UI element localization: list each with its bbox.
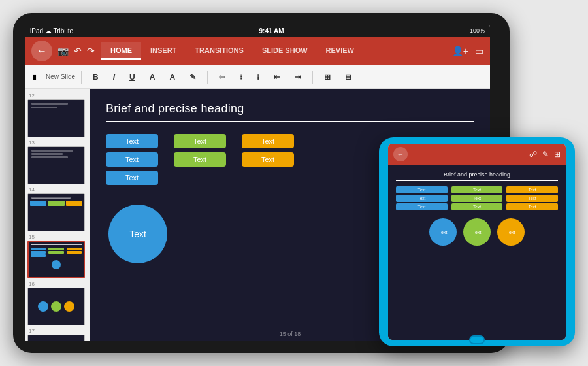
format-toolbar: ▮ New Slide B I U A A ✎ ⇦ ⁝ ⁞ ⇤ ⇥ ⊞ ⊟ bbox=[25, 65, 490, 89]
phone-col-blue: Text Text Text bbox=[396, 186, 448, 210]
phone: ← ☍ ✎ ⊞ Brief and precise heading Text T… bbox=[379, 137, 575, 346]
slide-num-12: 12 bbox=[27, 93, 87, 99]
smartart-box-green-1[interactable]: Text bbox=[174, 134, 226, 148]
phone-box-blue-3[interactable]: Text bbox=[396, 203, 448, 210]
phone-box-yellow-1[interactable]: Text bbox=[506, 186, 558, 193]
slide-thumb-17[interactable]: 17 Q&A bbox=[27, 328, 87, 341]
paint-button[interactable]: ✎ bbox=[184, 71, 201, 84]
phone-circle-green[interactable]: Text bbox=[463, 218, 491, 246]
phone-grid-icon[interactable]: ⊞ bbox=[554, 150, 561, 159]
slide-panel[interactable]: 12 13 bbox=[25, 89, 90, 341]
toolbar-right: 👤+ ▭ bbox=[452, 46, 483, 56]
tab-insert[interactable]: INSERT bbox=[141, 42, 186, 60]
phone-box-yellow-2[interactable]: Text bbox=[506, 195, 558, 202]
phone-col-green: Text Text Text bbox=[451, 186, 503, 210]
ipad-label: iPad ☁ Tribute bbox=[30, 27, 73, 35]
phone-doc-icon[interactable]: ☍ bbox=[529, 150, 537, 159]
tab-slideshow[interactable]: SLIDE SHOW bbox=[253, 42, 317, 60]
slide-num-14: 14 bbox=[27, 187, 87, 193]
font-color-button[interactable]: A bbox=[144, 71, 161, 84]
slide-heading: Brief and precise heading bbox=[106, 102, 474, 122]
slide-img-17: Q&A bbox=[27, 335, 85, 341]
slide-thumb-13[interactable]: 13 bbox=[27, 140, 87, 184]
status-left: iPad ☁ Tribute bbox=[30, 27, 73, 35]
smartart-box-blue-3[interactable]: Text bbox=[106, 171, 158, 185]
italic-button[interactable]: I bbox=[108, 71, 120, 84]
list-number-button[interactable]: ⁞ bbox=[252, 71, 265, 84]
status-battery: 100% bbox=[470, 27, 485, 34]
slide-thumb-15[interactable]: 15 bbox=[27, 234, 87, 278]
slide-img-16 bbox=[27, 288, 85, 325]
smartart-box-yellow-2[interactable]: Text bbox=[242, 152, 294, 167]
phone-circle-blue[interactable]: Text bbox=[429, 218, 457, 246]
bold-button[interactable]: B bbox=[88, 71, 104, 84]
phone-box-yellow-3[interactable]: Text bbox=[506, 203, 558, 210]
slide-thumb-16[interactable]: 16 bbox=[27, 281, 87, 325]
phone-circle-yellow[interactable]: Text bbox=[497, 218, 525, 246]
tab-transitions[interactable]: TRANSITIONS bbox=[186, 42, 253, 60]
phone-slide: Brief and precise heading Text Text Text… bbox=[388, 165, 566, 340]
toolbar-icons-left: 📷 ↶ ↷ bbox=[57, 46, 95, 56]
camera-icon[interactable]: 📷 bbox=[57, 46, 69, 56]
table-button[interactable]: ⊞ bbox=[319, 71, 336, 84]
smartart-box-yellow-1[interactable]: Text bbox=[242, 134, 294, 148]
indent-right-button[interactable]: ⇥ bbox=[289, 71, 306, 84]
tablet-status-bar: iPad ☁ Tribute 9:41 AM 100% bbox=[25, 25, 490, 37]
toolbar-separator-3 bbox=[312, 71, 313, 84]
tab-home[interactable]: HOME bbox=[101, 42, 141, 60]
phone-box-green-2[interactable]: Text bbox=[451, 195, 503, 202]
user-plus-icon[interactable]: 👤+ bbox=[452, 46, 468, 56]
toolbar-tabs: HOME INSERT TRANSITIONS SLIDE SHOW REVIE… bbox=[101, 42, 363, 60]
phone-box-blue-1[interactable]: Text bbox=[396, 186, 448, 193]
slide-img-15 bbox=[27, 241, 85, 278]
phone-heading: Brief and precise heading bbox=[396, 171, 558, 181]
phone-smartart: Text Text Text Text Text Text Text Text … bbox=[396, 186, 558, 210]
back-button[interactable]: ← bbox=[31, 41, 52, 61]
phone-home-button[interactable] bbox=[469, 335, 485, 344]
phone-box-green-3[interactable]: Text bbox=[451, 203, 503, 210]
smartart-box-green-2[interactable]: Text bbox=[174, 152, 226, 167]
list-bullet-button[interactable]: ⁝ bbox=[235, 71, 248, 84]
slide-circle[interactable]: Text bbox=[108, 205, 167, 263]
toolbar-separator-2 bbox=[207, 71, 208, 84]
smartart-col-green: Text Text bbox=[174, 134, 226, 185]
align-left-button[interactable]: ⇦ bbox=[214, 71, 231, 84]
font-size-button[interactable]: A bbox=[164, 71, 180, 84]
slide-thumb-14[interactable]: 14 bbox=[27, 187, 87, 231]
phone-toolbar-right: ☍ ✎ ⊞ bbox=[529, 150, 561, 159]
smartart-box-blue-1[interactable]: Text bbox=[106, 134, 158, 148]
smartart-box-blue-2[interactable]: Text bbox=[106, 152, 158, 167]
slide-num-17: 17 bbox=[27, 328, 87, 334]
underline-button[interactable]: U bbox=[124, 71, 140, 84]
phone-circles: Text Text Text bbox=[396, 218, 558, 246]
slide-counter: 15 of 18 bbox=[280, 331, 301, 337]
slide-thumb-12[interactable]: 12 bbox=[27, 93, 87, 137]
toolbar-separator bbox=[81, 71, 82, 84]
phone-box-blue-2[interactable]: Text bbox=[396, 195, 448, 202]
slide-img-14 bbox=[27, 193, 85, 231]
scene: iPad ☁ Tribute 9:41 AM 100% ← 📷 ↶ ↷ HOME… bbox=[13, 13, 575, 353]
smartart-col-blue: Text Text Text bbox=[106, 134, 158, 185]
phone-edit-icon[interactable]: ✎ bbox=[542, 150, 549, 159]
redo-icon[interactable]: ↷ bbox=[87, 46, 95, 56]
slide-img-13 bbox=[27, 146, 85, 184]
phone-screen: ← ☍ ✎ ⊞ Brief and precise heading Text T… bbox=[388, 144, 566, 340]
indent-left-button[interactable]: ⇤ bbox=[269, 71, 286, 84]
new-slide-icon[interactable]: ▮ bbox=[30, 71, 39, 82]
tab-review[interactable]: REVIEW bbox=[317, 42, 363, 60]
smartart-col-yellow: Text Text bbox=[242, 134, 294, 185]
new-slide-label[interactable]: New Slide bbox=[46, 73, 75, 80]
slide-num-15: 15 bbox=[27, 234, 87, 240]
tablet-toolbar: ← 📷 ↶ ↷ HOME INSERT TRANSITIONS SLIDE SH… bbox=[25, 37, 490, 65]
slide-num-16: 16 bbox=[27, 281, 87, 287]
slide-num-13: 13 bbox=[27, 140, 87, 146]
slide-img-12 bbox=[27, 99, 85, 137]
phone-toolbar: ← ☍ ✎ ⊞ bbox=[388, 144, 566, 165]
phone-back-button[interactable]: ← bbox=[393, 147, 408, 161]
status-time: 9:41 AM bbox=[259, 27, 284, 35]
monitor-icon[interactable]: ▭ bbox=[475, 46, 483, 56]
phone-col-yellow: Text Text Text bbox=[506, 186, 558, 210]
grid-button[interactable]: ⊟ bbox=[340, 71, 357, 84]
undo-icon[interactable]: ↶ bbox=[74, 46, 82, 56]
phone-box-green-1[interactable]: Text bbox=[451, 186, 503, 193]
